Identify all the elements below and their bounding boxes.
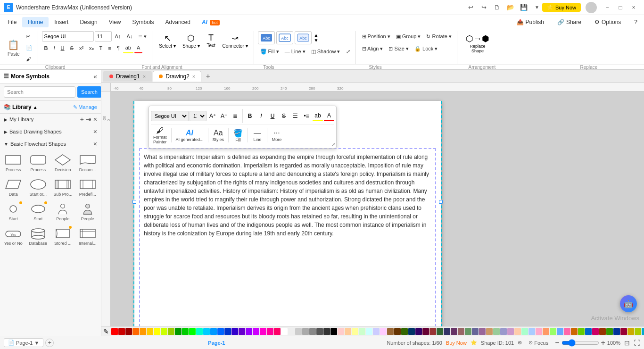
replace-shape-button[interactable]: ⬡→⬢ Replace Shape <box>461 31 494 56</box>
color-swatch[interactable] <box>380 328 387 335</box>
font-size-selector[interactable] <box>95 31 112 42</box>
color-swatch[interactable] <box>451 328 457 335</box>
open-button[interactable]: 📂 <box>505 2 516 13</box>
strikethrough-button[interactable]: S <box>68 43 76 53</box>
shape-database[interactable]: Database <box>27 225 50 248</box>
cut-button[interactable]: ✂ <box>24 31 35 42</box>
ft-list-button[interactable]: ☰ <box>290 111 300 121</box>
fit-button[interactable]: ⊡ <box>624 339 630 347</box>
focus-button[interactable]: ⊙ Focus <box>526 339 551 347</box>
color-swatch[interactable] <box>557 328 563 335</box>
fullscreen-button[interactable]: ⛶ <box>634 339 640 347</box>
ft-fill-button[interactable]: 🪣 Fill <box>231 128 246 143</box>
color-swatch[interactable] <box>514 328 521 335</box>
color-swatch[interactable] <box>295 328 302 335</box>
color-swatch[interactable] <box>288 328 295 335</box>
color-swatch[interactable] <box>415 328 422 335</box>
ft-strike-button[interactable]: S <box>279 111 289 121</box>
ft-size-selector[interactable]: 11 <box>190 111 206 121</box>
menu-file[interactable]: File <box>2 17 22 27</box>
text-content[interactable]: What is imperialism: Imperialism is defi… <box>139 148 436 326</box>
color-swatch[interactable] <box>189 328 196 335</box>
color-swatch[interactable] <box>592 328 599 335</box>
menu-view[interactable]: View <box>103 17 127 27</box>
color-swatch[interactable] <box>118 328 125 335</box>
font-color-button[interactable]: A <box>134 43 142 53</box>
color-swatch[interactable] <box>302 328 309 335</box>
shape-subprocess[interactable]: Sub Pro... <box>51 176 74 199</box>
shape-document[interactable]: Docum... <box>76 151 99 174</box>
color-swatch[interactable] <box>168 328 174 335</box>
shape-process-rounded[interactable]: Process <box>27 151 50 174</box>
rotate-button[interactable]: ↻ Rotate ▾ <box>424 31 454 42</box>
avatar[interactable] <box>586 2 597 13</box>
font-shrink-button[interactable]: A↓ <box>124 31 135 42</box>
style-btn-3[interactable]: Abc <box>295 31 312 44</box>
color-swatch[interactable] <box>465 328 471 335</box>
add-library-button[interactable]: + <box>80 116 84 123</box>
manage-button[interactable]: ✎ Manage <box>73 104 97 110</box>
color-swatch[interactable] <box>231 328 238 335</box>
color-swatch[interactable] <box>543 328 549 335</box>
color-swatch[interactable] <box>246 328 252 335</box>
color-swatch[interactable] <box>217 328 224 335</box>
color-swatch[interactable] <box>210 328 217 335</box>
options-button[interactable]: ⚙ Options <box>590 17 626 27</box>
menu-advanced[interactable]: Advanced <box>160 17 196 27</box>
color-swatch[interactable] <box>627 328 634 335</box>
font-grow-button[interactable]: A↑ <box>113 31 124 42</box>
shape-internal[interactable]: Internal... <box>76 225 99 248</box>
color-swatch[interactable] <box>507 328 514 335</box>
ft-ai-button[interactable]: AI AI generated... <box>173 128 206 143</box>
color-swatch[interactable] <box>635 328 641 335</box>
redo-button[interactable]: ↪ <box>479 2 489 13</box>
text-style-button[interactable]: T <box>97 43 105 53</box>
styles-more-btn[interactable]: ⤢ <box>344 46 353 57</box>
shape-start-circle[interactable]: Start <box>2 200 25 223</box>
ft-more-button[interactable]: ··· More <box>269 128 284 143</box>
shape-decision[interactable]: Decision <box>51 151 74 174</box>
shape-person2[interactable]: People <box>76 200 99 223</box>
color-swatch[interactable] <box>571 328 578 335</box>
color-swatch[interactable] <box>429 328 436 335</box>
ft-font-selector[interactable]: Segoe UI <box>151 111 189 121</box>
color-swatch[interactable] <box>323 328 330 335</box>
color-swatch[interactable] <box>253 328 259 335</box>
text-tool-button[interactable]: T Text <box>204 31 219 50</box>
color-swatch[interactable] <box>175 328 182 335</box>
ft-color-button[interactable]: A <box>324 111 334 121</box>
minimize-button[interactable]: − <box>601 3 614 12</box>
italic-button[interactable]: I <box>51 43 58 53</box>
ft-bold-button[interactable]: B <box>245 111 255 121</box>
shape-start-or[interactable]: Start or... <box>27 176 50 199</box>
color-swatch[interactable] <box>564 328 570 335</box>
add-page-button[interactable]: + <box>45 339 54 347</box>
color-swatch[interactable] <box>359 328 365 335</box>
shape-stored[interactable]: Stored ... <box>51 225 74 248</box>
style-btn-2[interactable]: Abc <box>276 31 293 44</box>
tab-drawing2[interactable]: Drawing2 × <box>153 71 201 82</box>
align-arrange-button[interactable]: ⊟ Align ▾ <box>360 43 386 54</box>
superscript-button[interactable]: x² <box>77 43 86 53</box>
menu-ai[interactable]: AI hot <box>196 17 225 27</box>
ft-expand-button[interactable]: ⤢ <box>331 142 335 147</box>
underline-button[interactable]: U <box>58 43 67 53</box>
add-tab-button[interactable]: + <box>202 71 214 82</box>
zoom-slider[interactable] <box>561 339 599 347</box>
zoom-plus-button[interactable]: + <box>601 339 605 347</box>
color-swatch[interactable] <box>182 328 189 335</box>
shape-predefined[interactable]: Predefi... <box>76 176 99 199</box>
color-swatch[interactable] <box>132 328 139 335</box>
color-swatch[interactable] <box>408 328 415 335</box>
lock-button[interactable]: 🔒 Lock ▾ <box>412 43 440 54</box>
shape-person[interactable]: People <box>51 200 74 223</box>
color-swatch[interactable] <box>373 328 380 335</box>
color-swatch[interactable] <box>196 328 203 335</box>
basic-drawing-header[interactable]: ▶ Basic Drawing Shapes × <box>0 126 101 137</box>
menu-symbols[interactable]: Symbols <box>127 17 160 27</box>
color-swatch[interactable] <box>274 328 281 335</box>
collapse-panel-button[interactable]: « <box>93 73 97 80</box>
shape-data[interactable]: Data <box>2 176 25 199</box>
copy-button[interactable]: 📄 <box>24 42 35 53</box>
color-swatch[interactable] <box>458 328 464 335</box>
